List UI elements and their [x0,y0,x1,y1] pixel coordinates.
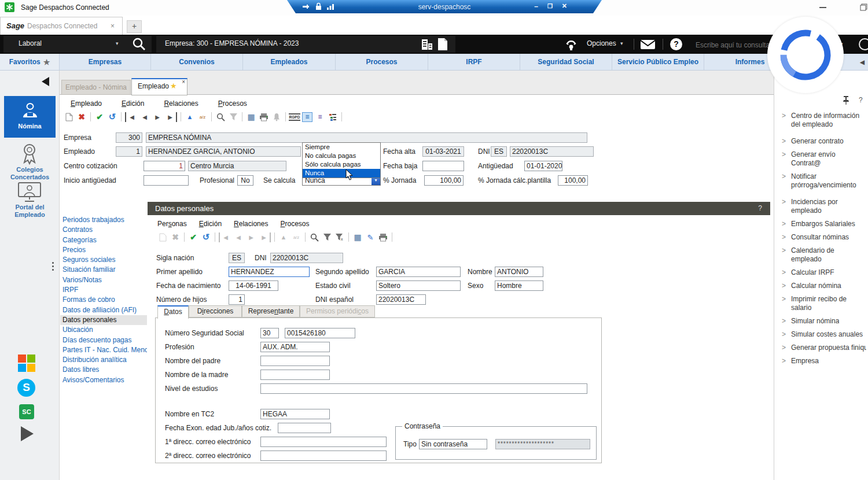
nav-item[interactable]: Distribución analítica [60,355,147,365]
panel-help-icon[interactable]: ? [859,96,863,104]
nav-item[interactable]: Precios [60,245,147,255]
last-record-icon[interactable]: ▶ [165,112,177,122]
nombre-padre-field[interactable] [260,356,330,366]
nav-item[interactable]: Varios/Notas [60,275,147,285]
tab-direcciones[interactable]: Direcciones [189,305,242,317]
jornada-plantilla-field[interactable]: 100,00 [558,175,588,186]
action-item[interactable]: >Generar propuesta finiquito [782,344,866,352]
dropdown-option-selected[interactable]: Nunca [303,169,380,178]
search-icon[interactable] [132,37,146,53]
empleado-code-field[interactable]: 1 [116,146,142,157]
centro-code-field[interactable]: 1 [144,161,185,171]
menu-relaciones[interactable]: Relaciones [234,220,268,228]
dropdown-option[interactable]: Siempre [303,143,380,152]
previous-record-icon[interactable]: ◀ [139,112,150,122]
play-icon[interactable] [21,426,34,441]
nombre-tc2-field[interactable]: HEGAA [260,409,330,419]
next-record-icon[interactable]: ▶ [246,232,256,242]
next-record-icon[interactable]: ▶ [152,112,163,122]
notifications-bell-icon[interactable] [271,112,282,122]
doc-tab-empleado[interactable]: Empleado ★ × [131,78,187,95]
delete-icon[interactable]: ✖ [76,112,87,122]
menu-procesos[interactable]: Procesos [218,99,247,108]
action-item[interactable]: >Calendario de empleado [782,246,866,264]
microsoft-icon[interactable] [18,355,35,372]
action-item[interactable]: >Notificar prórroga/vencimiento [782,172,866,190]
award-rosette-icon[interactable] [19,143,40,167]
document-icon[interactable] [437,38,448,53]
action-item[interactable]: >Incidencias por empleado [782,198,866,215]
mail-icon[interactable] [640,39,656,51]
nav-item[interactable]: Avisos/Comentarios [60,375,147,385]
nss-prefix-field[interactable]: 30 [260,328,279,338]
ribbon-item-procesos[interactable]: Procesos [336,54,428,70]
find-icon[interactable] [215,112,226,122]
profesional-field[interactable]: No [237,175,253,186]
action-item[interactable]: >Centro de información del empleado [782,112,866,129]
action-item[interactable]: >Simular nómina [782,317,866,326]
drag-handle-icon[interactable] [52,260,54,272]
nav-item[interactable]: Ubicación [60,325,147,335]
find-icon[interactable] [309,232,319,242]
rdp-restore-button[interactable]: ❐ [547,3,553,9]
tab-close-icon[interactable]: × [111,22,115,30]
new-document-icon[interactable] [64,112,74,122]
nav-item[interactable]: Días descuento pagas [60,335,147,345]
sort-az-icon[interactable]: a/z [197,112,208,122]
nav-item[interactable]: Categorías [60,235,147,245]
sidebar-item-nomina[interactable]: Nómina [4,96,56,138]
nav-item[interactable]: Partes IT - Nac. Cuid. Menor [60,345,147,355]
undo-icon[interactable]: ↺ [107,112,117,122]
dropdown-option[interactable]: Sólo calcula pagas [303,160,380,169]
action-item[interactable]: >Calcular nómina [782,282,866,290]
numero-hijos-field[interactable]: 1 [229,294,245,305]
last-record-icon[interactable]: ▶ [259,232,271,242]
nav-item[interactable]: Datos libres [60,365,147,375]
menu-empleado[interactable]: Empleado [71,99,102,108]
options-caret-icon[interactable]: ▾ [620,40,623,46]
sort-az-icon[interactable]: a/z [291,232,301,242]
jornada-field[interactable]: 100,00 [424,175,464,186]
nivel-estudios-field[interactable] [260,383,587,394]
email1-field[interactable] [260,437,387,447]
first-record-icon[interactable]: ◀ [219,232,231,242]
empresa-name-field[interactable]: EMPRESA NÓMINA [146,132,587,143]
action-item[interactable]: >Imprimir recibo de salario [782,295,866,312]
print-icon[interactable] [378,232,388,242]
sigla-nacion-field[interactable]: ES [229,253,245,263]
tipo-contrasena-field[interactable]: Sin contraseña [419,439,487,449]
confirm-icon[interactable]: ✔ [94,112,105,122]
dni-sigla-field[interactable]: ES [491,146,507,157]
window-restore-button[interactable] [860,3,867,13]
menu-edicion[interactable]: Edición [199,220,222,228]
action-item[interactable]: >Empresa [782,357,866,365]
form-view-icon[interactable]: ≡ [315,112,325,122]
favorite-star-icon[interactable]: ★ [170,82,177,90]
action-item[interactable]: >Calcular IRPF [782,268,866,277]
ribbon-item-seguridad-social[interactable]: Seguridad Social [520,54,612,70]
action-item[interactable]: >Generar contrato [782,137,866,146]
new-tab-button[interactable]: + [127,20,142,33]
action-item[interactable]: >Consultar nóminas [782,233,866,242]
sc-app-icon[interactable]: SC [19,404,34,419]
rdp-close-button[interactable]: ✕ [562,2,567,10]
ribbon-item-empleados[interactable]: Empleados [243,54,336,70]
undo-icon[interactable]: ↺ [201,232,211,242]
dni-field[interactable]: 22020013C [270,253,343,263]
help-icon[interactable]: ? [670,38,682,50]
email2-field[interactable] [260,451,387,461]
doc-tab-close-icon[interactable]: × [182,79,185,85]
action-item[interactable]: >Embargos Salariales [782,220,866,228]
previous-record-icon[interactable]: ◀ [233,232,244,242]
empresa-code-field[interactable]: 300 [116,132,142,143]
inicio-antiguedad-field[interactable] [144,175,189,186]
nss-number-field[interactable]: 0015426180 [285,328,355,338]
ribbon-item-servicio-publico-empleo[interactable]: Servicio Público Empleo [612,54,704,70]
section-help-icon[interactable]: ? [758,204,762,212]
ribbon-item-irpf[interactable]: IRPF [428,54,520,70]
empleado-name-field[interactable]: HERNANDEZ GARCIA, ANTONIO [146,146,301,157]
query-search-icon[interactable] [859,38,868,50]
ribbon-item-empresas[interactable]: Empresas [60,54,151,70]
dropdown-option[interactable]: No calcula pagas [303,152,380,160]
fecha-exon-field[interactable] [278,423,331,433]
